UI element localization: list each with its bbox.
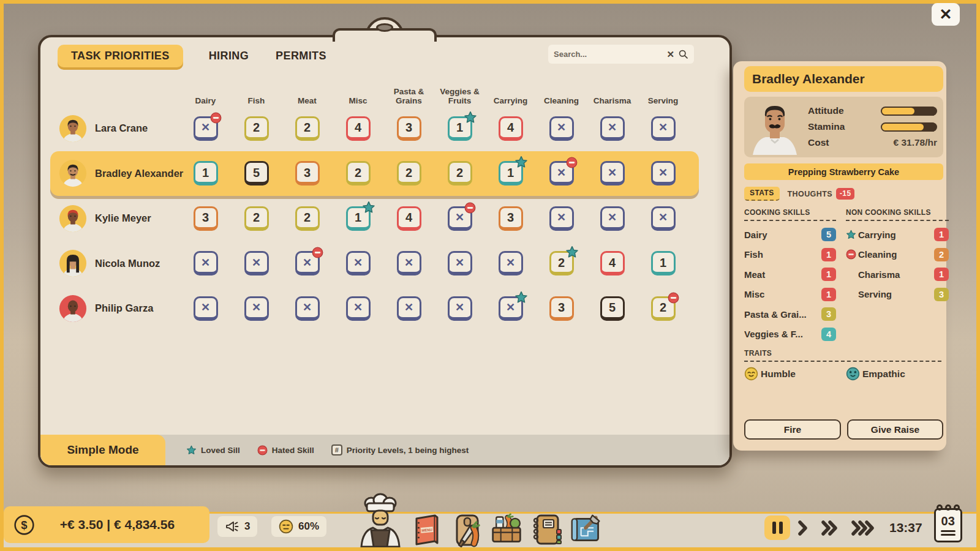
hated-minus-icon bbox=[464, 202, 476, 214]
priority-cell-veggies-fruits[interactable]: ✕ bbox=[448, 251, 472, 276]
fast-forward-button[interactable] bbox=[820, 515, 843, 540]
staff-row[interactable]: Philip Garza✕✕✕✕✕✕✕352 bbox=[50, 286, 699, 331]
tab-hiring[interactable]: HIRING bbox=[208, 45, 250, 67]
give-raise-button[interactable]: Give Raise bbox=[847, 419, 943, 440]
tab-stats[interactable]: STATS bbox=[744, 187, 780, 201]
priority-cell-charisma[interactable]: ✕ bbox=[600, 206, 625, 231]
pause-button[interactable] bbox=[764, 515, 790, 540]
simple-mode-button[interactable]: Simple Mode bbox=[40, 435, 165, 465]
marketing-pill[interactable]: 3 bbox=[217, 516, 257, 537]
priority-cell-charisma[interactable]: 5 bbox=[600, 296, 625, 321]
legend-item: Loved Sill bbox=[186, 445, 240, 455]
priority-cell-serving[interactable]: ✕ bbox=[651, 116, 676, 141]
priority-cell-misc[interactable]: ✕ bbox=[346, 296, 371, 321]
priority-cell-carrying[interactable]: ✕ bbox=[499, 251, 523, 276]
priority-cell-carrying[interactable]: 1 bbox=[499, 161, 523, 186]
priority-cell-misc[interactable]: 2 bbox=[346, 161, 371, 186]
menu-button[interactable]: MENU bbox=[410, 513, 443, 546]
fastest-forward-button[interactable] bbox=[850, 515, 880, 540]
legend-item: Hated Skill bbox=[257, 445, 314, 455]
priority-cell-serving[interactable]: ✕ bbox=[651, 206, 676, 231]
staff-row[interactable]: Lara Crane✕224314✕✕✕ bbox=[50, 106, 699, 151]
employee-name-header: Bradley Alexander bbox=[744, 66, 943, 92]
priority-cell-misc[interactable]: 4 bbox=[346, 116, 371, 141]
priority-cell-veggies-fruits[interactable]: ✕ bbox=[448, 296, 472, 321]
priority-cell-misc[interactable]: ✕ bbox=[346, 251, 371, 276]
priority-cell-cleaning[interactable]: ✕ bbox=[549, 116, 574, 141]
search-icon[interactable] bbox=[678, 49, 688, 59]
attitude-row: Attitude bbox=[808, 103, 937, 119]
priority-cell-cleaning[interactable]: ✕ bbox=[549, 161, 574, 186]
priority-cell-veggies-fruits[interactable]: 1 bbox=[448, 116, 472, 141]
priority-cell-pasta-grains[interactable]: ✕ bbox=[397, 296, 421, 321]
search-input[interactable] bbox=[554, 50, 663, 59]
priority-cell-meat[interactable]: 2 bbox=[295, 206, 320, 231]
mood-percent: 60% bbox=[298, 520, 319, 533]
search-clear-icon[interactable]: ✕ bbox=[666, 49, 674, 60]
priority-cell-cleaning[interactable]: 2 bbox=[549, 251, 574, 276]
priority-cell-dairy[interactable]: ✕ bbox=[194, 116, 218, 141]
priority-cell-serving[interactable]: 2 bbox=[651, 296, 676, 321]
priority-cell-meat[interactable]: ✕ bbox=[295, 296, 320, 321]
staff-name: Nicola Munoz bbox=[95, 258, 160, 269]
tab-task-priorities[interactable]: TASK PRIORITIES bbox=[58, 45, 183, 67]
play-button[interactable] bbox=[797, 515, 813, 540]
priority-cell-carrying[interactable]: 3 bbox=[499, 206, 523, 231]
priority-cell-charisma[interactable]: ✕ bbox=[600, 161, 625, 186]
skill-value-badge: 1 bbox=[821, 248, 836, 261]
priority-cell-dairy[interactable]: ✕ bbox=[194, 251, 218, 276]
priority-cell-serving[interactable]: ✕ bbox=[651, 161, 676, 186]
priority-cell-veggies-fruits[interactable]: 2 bbox=[448, 161, 472, 186]
priority-hash-icon: # bbox=[331, 444, 342, 455]
avatar bbox=[59, 204, 87, 233]
priority-cell-cleaning[interactable]: ✕ bbox=[549, 206, 574, 231]
build-button[interactable] bbox=[570, 513, 603, 546]
priority-cell-veggies-fruits[interactable]: ✕ bbox=[448, 206, 472, 231]
prep-icon bbox=[450, 513, 483, 547]
money-panel[interactable]: $ +€ 3.50 | € 4,834.56 bbox=[4, 506, 209, 543]
priority-cell-charisma[interactable]: ✕ bbox=[600, 116, 625, 141]
priority-cell-dairy[interactable]: 1 bbox=[194, 161, 218, 186]
priority-cell-meat[interactable]: ✕ bbox=[295, 251, 320, 276]
staff-row[interactable]: Nicola Munoz✕✕✕✕✕✕✕241 bbox=[50, 241, 699, 287]
priority-cell-meat[interactable]: 3 bbox=[295, 161, 320, 186]
mood-pill[interactable]: 60% bbox=[271, 516, 326, 537]
ledger-button[interactable] bbox=[530, 513, 563, 546]
priority-cell-pasta-grains[interactable]: 3 bbox=[397, 116, 421, 141]
priority-cell-carrying[interactable]: 4 bbox=[499, 116, 523, 141]
calendar-button[interactable]: 03 bbox=[934, 508, 962, 542]
priority-cell-fish[interactable]: 2 bbox=[244, 206, 269, 231]
staff-button[interactable] bbox=[357, 492, 404, 548]
prep-button[interactable] bbox=[450, 513, 483, 546]
priority-cell-serving[interactable]: 1 bbox=[651, 251, 676, 276]
toolbar: MENU bbox=[357, 512, 603, 547]
priority-cell-fish[interactable]: 2 bbox=[244, 116, 269, 141]
column-header: Charisma bbox=[587, 73, 638, 106]
avatar bbox=[59, 294, 87, 323]
tab-permits[interactable]: PERMITS bbox=[274, 45, 328, 67]
priority-cell-pasta-grains[interactable]: 2 bbox=[397, 161, 421, 186]
tab-thoughts[interactable]: THOUGHTS -15 bbox=[788, 188, 855, 200]
priority-cell-fish[interactable]: 5 bbox=[244, 161, 269, 186]
priority-cell-dairy[interactable]: ✕ bbox=[194, 296, 218, 321]
staff-row[interactable]: Bradley Alexander1532221✕✕✕ bbox=[50, 151, 699, 197]
close-button[interactable]: ✕ bbox=[932, 3, 960, 26]
priority-cell-dairy[interactable]: 3 bbox=[194, 206, 218, 231]
priority-cell-pasta-grains[interactable]: ✕ bbox=[397, 251, 421, 276]
priority-cell-meat[interactable]: 2 bbox=[295, 116, 320, 141]
priority-cell-fish[interactable]: ✕ bbox=[244, 296, 269, 321]
priority-cell-fish[interactable]: ✕ bbox=[244, 251, 269, 276]
staff-row[interactable]: Kylie Meyer32214✕3✕✕✕ bbox=[50, 196, 699, 241]
priority-cell-carrying[interactable]: ✕ bbox=[499, 296, 523, 321]
current-activity-banner: Prepping Strawberry Cake bbox=[744, 163, 943, 180]
fire-button[interactable]: Fire bbox=[744, 419, 841, 440]
priority-cell-charisma[interactable]: 4 bbox=[600, 251, 625, 276]
priority-cell-misc[interactable]: 1 bbox=[346, 206, 371, 231]
supplies-button[interactable] bbox=[490, 513, 523, 546]
staff-name: Kylie Meyer bbox=[95, 212, 151, 224]
priority-cell-pasta-grains[interactable]: 4 bbox=[397, 206, 421, 231]
search-box[interactable]: ✕ bbox=[548, 45, 694, 64]
avatar bbox=[59, 249, 87, 277]
column-header: Meat bbox=[282, 73, 333, 106]
priority-cell-cleaning[interactable]: 3 bbox=[549, 296, 574, 321]
